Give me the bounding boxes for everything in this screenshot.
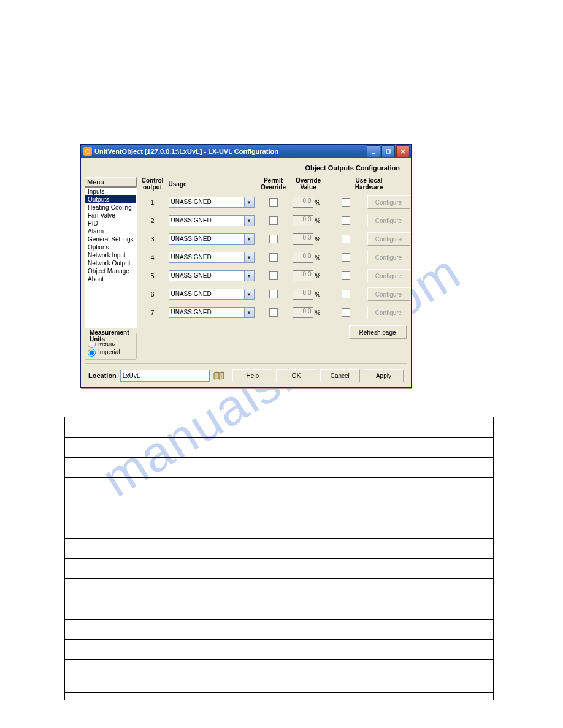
menu-item-object-manage[interactable]: Object Manage [85,267,136,275]
override-value-cell-1: 0.0 % [293,197,324,208]
override-value-input-1[interactable]: 0.0 [293,197,313,208]
permit-override-checkbox-5[interactable] [269,271,278,280]
chevron-down-icon[interactable]: ▼ [244,197,255,208]
close-button[interactable] [396,145,410,157]
table-row [65,579,494,599]
cancel-button[interactable]: Cancel [320,369,360,382]
help-button[interactable]: Help [232,369,272,382]
configure-button-6[interactable]: Configure [367,287,410,301]
permit-override-checkbox-7[interactable] [269,308,278,317]
configure-button-3[interactable]: Configure [367,232,410,246]
chevron-down-icon[interactable]: ▼ [244,289,255,300]
menu-item-general-settings[interactable]: General Settings [85,235,136,243]
usage-combo-7[interactable]: UNASSIGNED ▼ [169,307,255,318]
row-number: 4 [140,254,165,261]
header-permit-override: PermitOverride [258,177,289,191]
configure-button-4[interactable]: Configure [367,251,410,264]
chevron-down-icon[interactable]: ▼ [244,252,255,263]
table-row [65,458,494,478]
menu-item-pid[interactable]: PID [85,219,136,227]
radio-imperial-label: Imperial [98,348,120,357]
table-row [65,539,494,559]
apply-button[interactable]: Apply [364,369,404,382]
header-control-output: Controloutput [140,177,165,191]
location-label: Location [88,372,117,379]
usage-combo-4[interactable]: UNASSIGNED ▼ [169,252,255,263]
usage-combo-3[interactable]: UNASSIGNED ▼ [169,233,255,245]
table-row [65,498,494,518]
svg-rect-1 [386,150,390,153]
chevron-down-icon[interactable]: ▼ [244,215,255,226]
use-local-hardware-checkbox-4[interactable] [342,253,350,262]
use-local-hardware-checkbox-3[interactable] [342,235,350,243]
percent-label: % [315,309,321,316]
refresh-row: Refresh page [140,319,410,339]
chevron-down-icon[interactable]: ▼ [244,233,255,245]
header-usage: Usage [169,181,255,188]
row-number: 2 [140,217,165,224]
percent-label: % [315,273,321,279]
override-value-input-5[interactable]: 0.0 [293,270,313,281]
header-use-local-hardware: Use localHardware [328,177,410,191]
permit-override-checkbox-3[interactable] [269,235,278,243]
permit-override-checkbox-1[interactable] [269,198,278,207]
menu-item-outputs[interactable]: Outputs [85,195,136,203]
configure-button-1[interactable]: Configure [367,195,410,209]
override-value-cell-5: 0.0 % [293,270,324,281]
usage-value: UNASSIGNED [169,233,244,245]
location-input[interactable] [120,370,210,382]
menu-item-options[interactable]: Options [85,243,136,251]
main-panel: Controloutput Usage PermitOverride Overr… [140,177,413,360]
ok-button[interactable]: OK [276,369,316,382]
radio-imperial-input[interactable] [88,349,96,357]
menu-item-inputs[interactable]: Inputs [85,188,136,195]
refresh-page-button[interactable]: Refresh page [349,325,407,339]
permit-override-checkbox-2[interactable] [269,216,278,225]
app-icon [83,147,92,156]
header-override-value: OverrideValue [293,177,324,191]
use-local-hardware-checkbox-6[interactable] [342,290,350,298]
configure-button-5[interactable]: Configure [367,269,410,282]
chevron-down-icon[interactable]: ▼ [244,307,255,318]
usage-combo-5[interactable]: UNASSIGNED ▼ [169,270,255,281]
override-value-input-3[interactable]: 0.0 [293,233,313,245]
row-number: 5 [140,272,165,279]
book-icon[interactable] [213,370,226,381]
maximize-button[interactable] [381,145,395,157]
section-divider [207,173,402,173]
row-number: 1 [140,199,165,206]
radio-imperial[interactable]: Imperial [88,348,134,357]
window-controls [367,145,410,157]
configure-button-2[interactable]: Configure [367,214,410,227]
table-row [65,478,494,498]
configure-button-7[interactable]: Configure [367,306,410,319]
override-value-input-2[interactable]: 0.0 [293,215,313,226]
menu-item-about[interactable]: About [85,275,136,283]
override-value-input-6[interactable]: 0.0 [293,289,313,300]
usage-combo-6[interactable]: UNASSIGNED ▼ [169,289,255,300]
permit-override-checkbox-6[interactable] [269,290,278,298]
permit-override-checkbox-4[interactable] [269,253,278,262]
bottom-bar: Location Help OK Cancel Apply [85,363,407,384]
menu-item-heating-cooling[interactable]: Heating-Cooling [85,203,136,211]
use-local-hardware-checkbox-5[interactable] [342,271,350,280]
use-local-hardware-checkbox-2[interactable] [342,216,350,225]
override-value-input-4[interactable]: 0.0 [293,252,313,263]
row-number: 3 [140,235,165,243]
table-row [65,559,494,579]
minimize-button[interactable] [367,145,380,157]
usage-value: UNASSIGNED [169,197,244,208]
override-value-cell-4: 0.0 % [293,252,324,263]
window-titlebar[interactable]: UnitVentObject [127.0.0.1:\LxUvL] - LX-U… [81,145,411,158]
use-local-hardware-checkbox-7[interactable] [342,308,350,317]
menu-item-fan-valve[interactable]: Fan-Valve [85,211,136,219]
chevron-down-icon[interactable]: ▼ [244,270,255,281]
usage-combo-2[interactable]: UNASSIGNED ▼ [169,215,255,226]
window-title: UnitVentObject [127.0.0.1:\LxUvL] - LX-U… [94,148,367,155]
menu-item-alarm[interactable]: Alarm [85,227,136,235]
menu-item-network-input[interactable]: Network Input [85,251,136,259]
use-local-hardware-checkbox-1[interactable] [342,198,350,207]
override-value-input-7[interactable]: 0.0 [293,307,313,318]
menu-item-network-output[interactable]: Network Output [85,259,136,267]
usage-combo-1[interactable]: UNASSIGNED ▼ [169,197,255,208]
